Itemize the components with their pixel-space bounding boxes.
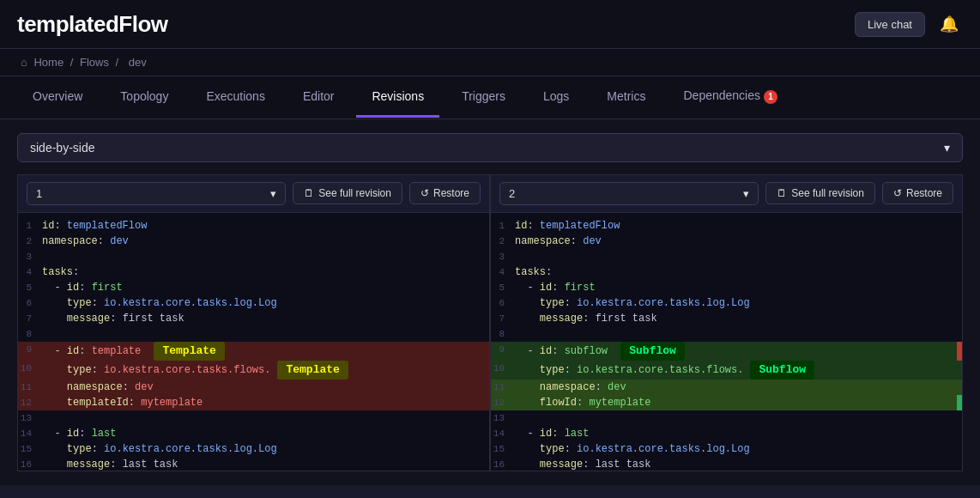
code-line: 2 namespace: dev xyxy=(491,234,962,249)
diff-marker-green xyxy=(957,395,962,410)
code-line-diff: 10 type: io.kestra.core.tasks.flows.Temp… xyxy=(18,361,489,380)
code-line: 4 tasks: xyxy=(18,264,489,280)
code-line: 1 id: templatedFlow xyxy=(18,218,489,234)
code-line-diff: 12 templateId: mytemplate xyxy=(18,395,489,410)
right-revision-select[interactable]: 2 ▾ xyxy=(499,182,759,205)
code-line: 16 message: last task xyxy=(18,457,489,471)
code-line: 4 tasks: xyxy=(491,264,962,280)
code-line: 2 namespace: dev xyxy=(18,234,489,249)
code-line: 16 message: last task xyxy=(491,457,962,471)
code-line: 5 - id: first xyxy=(491,280,962,295)
code-line: 3 xyxy=(491,249,962,264)
tab-overview[interactable]: Overview xyxy=(17,77,98,118)
code-line-diff: 9 - id: subflow Subflow xyxy=(491,342,962,361)
breadcrumb-current: dev xyxy=(129,56,147,69)
file-icon: 🗒 xyxy=(777,187,787,199)
home-icon: ⌂ xyxy=(21,56,27,69)
code-line: 3 xyxy=(18,249,489,264)
code-line: 5 - id: first xyxy=(18,280,489,295)
tooltip-subflow: Subflow xyxy=(620,342,685,361)
tab-triggers[interactable]: Triggers xyxy=(446,77,521,118)
tab-revisions[interactable]: Revisions xyxy=(356,77,439,118)
tooltip-template: Template xyxy=(154,342,224,361)
chevron-down-icon: ▾ xyxy=(944,141,950,155)
code-line: 15 type: io.kestra.core.tasks.log.Log xyxy=(491,441,962,457)
view-mode-dropdown[interactable]: side-by-side ▾ xyxy=(17,133,963,162)
code-line: 14 - id: last xyxy=(18,426,489,441)
dependencies-badge: 1 xyxy=(764,90,777,104)
code-line: 15 type: io.kestra.core.tasks.log.Log xyxy=(18,441,489,457)
breadcrumb-home[interactable]: Home xyxy=(33,56,64,69)
code-line: 14 - id: last xyxy=(491,426,962,441)
code-line: 6 type: io.kestra.core.tasks.log.Log xyxy=(491,295,962,311)
file-icon: 🗒 xyxy=(304,187,314,199)
tab-executions[interactable]: Executions xyxy=(191,77,280,118)
header-actions: Live chat 🔔 xyxy=(855,10,963,38)
code-line-diff: 9 - id: template Template xyxy=(18,342,489,361)
right-revision-panel: 2 ▾ 🗒 See full revision ↺ Restore 1 id: … xyxy=(490,174,963,471)
live-chat-button[interactable]: Live chat xyxy=(855,12,925,37)
code-line: 8 xyxy=(491,326,962,342)
notifications-icon[interactable]: 🔔 xyxy=(935,10,963,38)
right-toolbar: 2 ▾ 🗒 See full revision ↺ Restore xyxy=(491,175,962,213)
code-line: 8 xyxy=(18,326,489,342)
code-line: 7 message: first task xyxy=(491,311,962,326)
tab-editor[interactable]: Editor xyxy=(287,77,350,118)
code-line: 6 type: io.kestra.core.tasks.log.Log xyxy=(18,295,489,311)
left-see-full-button[interactable]: 🗒 See full revision xyxy=(293,182,402,204)
tooltip-subflow2: Subflow xyxy=(750,361,814,380)
code-line: 13 xyxy=(491,410,962,426)
restore-icon: ↺ xyxy=(893,187,902,199)
code-line-diff: 12 flowId: mytemplate xyxy=(491,395,962,410)
code-line: 13 xyxy=(18,410,489,426)
code-line-diff: 11 namespace: dev xyxy=(491,380,962,395)
breadcrumb: ⌂ Home / Flows / dev xyxy=(0,49,980,76)
tab-bar: Overview Topology Executions Editor Revi… xyxy=(0,76,980,119)
breadcrumb-flows[interactable]: Flows xyxy=(80,56,109,69)
chevron-down-icon: ▾ xyxy=(270,187,276,200)
left-code-editor: 1 id: templatedFlow 2 namespace: dev 3 4… xyxy=(18,213,489,471)
header: templatedFlow Live chat 🔔 xyxy=(0,0,980,49)
restore-icon: ↺ xyxy=(420,187,429,199)
diff-marker-right xyxy=(957,342,962,361)
tab-metrics[interactable]: Metrics xyxy=(591,77,661,118)
chevron-down-icon: ▾ xyxy=(743,187,749,200)
left-revision-panel: 1 ▾ 🗒 See full revision ↺ Restore 1 id: … xyxy=(17,174,490,471)
code-line-diff: 10 type: io.kestra.core.tasks.flows.Subf… xyxy=(491,361,962,380)
tab-logs[interactable]: Logs xyxy=(528,77,584,118)
code-line: 1 id: templatedFlow xyxy=(491,218,962,234)
tooltip-template2: Template xyxy=(277,361,348,380)
left-restore-button[interactable]: ↺ Restore xyxy=(409,182,481,204)
revision-panels: 1 ▾ 🗒 See full revision ↺ Restore 1 id: … xyxy=(17,174,963,471)
right-code-editor: 1 id: templatedFlow 2 namespace: dev 3 4… xyxy=(491,213,962,471)
tab-dependencies[interactable]: Dependencies1 xyxy=(668,76,793,118)
left-toolbar: 1 ▾ 🗒 See full revision ↺ Restore xyxy=(18,175,489,213)
tab-topology[interactable]: Topology xyxy=(105,77,184,118)
left-revision-select[interactable]: 1 ▾ xyxy=(27,182,286,205)
code-line-diff: 11 namespace: dev xyxy=(18,380,489,395)
right-see-full-button[interactable]: 🗒 See full revision xyxy=(765,182,875,204)
app-logo: templatedFlow xyxy=(17,11,168,38)
page-content: side-by-side ▾ 1 ▾ 🗒 See full revision ↺… xyxy=(0,119,980,485)
code-line: 7 message: first task xyxy=(18,311,489,326)
right-restore-button[interactable]: ↺ Restore xyxy=(882,182,953,204)
view-mode-row: side-by-side ▾ xyxy=(17,133,963,162)
